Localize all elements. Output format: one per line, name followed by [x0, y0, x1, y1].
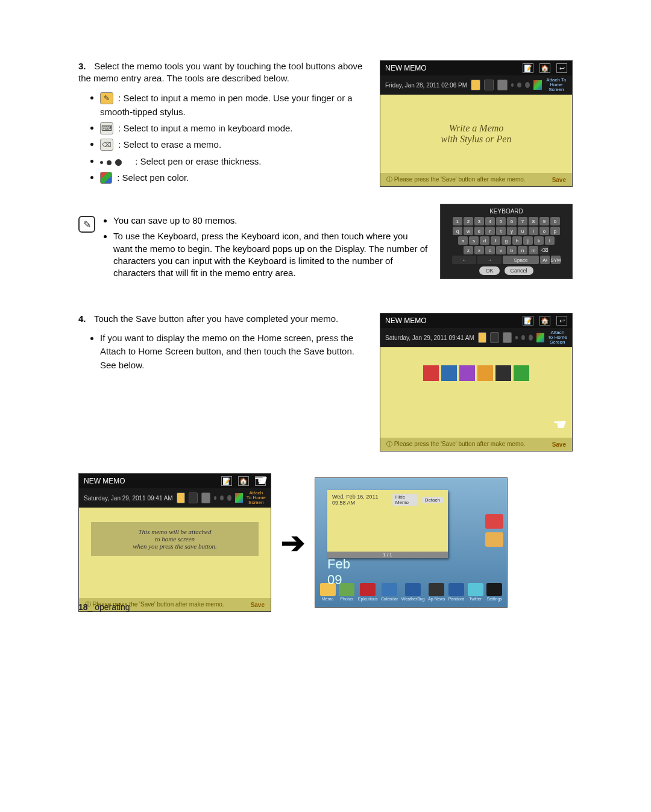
kbd-key-c[interactable]: c: [485, 246, 495, 254]
kbd-key-p[interactable]: p: [550, 227, 560, 235]
kbd-key-g[interactable]: g: [502, 236, 511, 245]
kbd-backspace[interactable]: ⌫: [539, 246, 549, 254]
thick-large[interactable]: [529, 335, 533, 341]
home-icon[interactable]: 🏠: [238, 476, 249, 486]
back-icon[interactable]: ↩: [556, 316, 567, 326]
home-memo-widget[interactable]: Wed, Feb 16, 2011 09:58 AM Hide Memo Det…: [327, 490, 448, 558]
kbd-key-v[interactable]: v: [496, 246, 506, 254]
kbd-key-7[interactable]: 7: [518, 217, 527, 225]
kbd-key-l[interactable]: l: [545, 236, 555, 245]
attach-home-button-active[interactable]: Attach To Home Screen: [247, 491, 266, 505]
kbd-key-z[interactable]: z: [464, 246, 473, 254]
dock-item-settings[interactable]: Settings: [486, 583, 502, 601]
color-swatch-0[interactable]: [423, 365, 439, 381]
kbd-button[interactable]: [484, 80, 494, 90]
dock-item-calendar[interactable]: Calendar: [381, 583, 398, 601]
kbd-button[interactable]: [189, 493, 198, 503]
eraser-button[interactable]: [497, 80, 507, 90]
kbd-key-b[interactable]: b: [507, 246, 517, 254]
attach-home-button[interactable]: Attach To Home Screen: [548, 330, 567, 345]
kbd-key-1[interactable]: 1: [453, 217, 462, 225]
color-swatch-4[interactable]: [495, 365, 511, 381]
kbd-space[interactable]: Space: [503, 256, 539, 264]
kbd-key-u[interactable]: u: [518, 227, 527, 235]
kbd-sym[interactable]: SYM: [551, 256, 561, 264]
back-icon[interactable]: ↩: [556, 63, 567, 73]
kbd-key-w[interactable]: w: [464, 227, 473, 235]
dock-item-epicurious[interactable]: Epicurious: [358, 583, 378, 601]
kbd-key-s[interactable]: s: [469, 236, 479, 245]
color-swatch-3[interactable]: [477, 365, 493, 381]
kbd-ok[interactable]: OK: [479, 266, 499, 275]
dock-item-twitter[interactable]: Twitter: [468, 583, 483, 601]
shot1-save-button[interactable]: Save: [552, 177, 566, 183]
kbd-key-9[interactable]: 9: [539, 217, 549, 225]
dock-item-weatherbug[interactable]: WeatherBug: [401, 583, 425, 601]
kbd-key-t[interactable]: t: [496, 227, 506, 235]
kbd-key-2[interactable]: 2: [464, 217, 473, 225]
memo-list-icon[interactable]: 📝: [221, 476, 232, 486]
pen-button[interactable]: [478, 332, 487, 343]
memo-list-icon[interactable]: 📝: [523, 316, 533, 326]
eraser-button[interactable]: [201, 493, 210, 503]
kbd-key-j[interactable]: j: [523, 236, 533, 245]
kbd-key-a[interactable]: a: [458, 236, 468, 245]
kbd-key-m[interactable]: m: [529, 246, 538, 254]
kbd-key-6[interactable]: 6: [507, 217, 517, 225]
kbd-cancel[interactable]: Cancel: [505, 266, 533, 275]
thick-large[interactable]: [227, 495, 231, 501]
shot3-save-button[interactable]: Save: [251, 602, 265, 608]
pen-button[interactable]: [471, 80, 480, 90]
kbd-button[interactable]: [490, 332, 499, 343]
kbd-key-x[interactable]: x: [474, 246, 484, 254]
thick-small[interactable]: [214, 496, 216, 500]
kbd-key-f[interactable]: f: [491, 236, 500, 245]
kbd-key-k[interactable]: k: [534, 236, 544, 245]
hide-memo-button[interactable]: Hide Memo: [392, 494, 418, 506]
color-button[interactable]: [533, 80, 542, 90]
color-swatch-1[interactable]: [441, 365, 457, 381]
memo-list-icon[interactable]: 📝: [523, 63, 533, 73]
thick-large[interactable]: [525, 82, 530, 88]
thick-med[interactable]: [517, 83, 521, 87]
attach-home-button[interactable]: Attach To Home Screen: [546, 78, 567, 92]
shot2-save-button[interactable]: Save: [552, 441, 566, 448]
thick-small[interactable]: [515, 336, 518, 339]
color-button[interactable]: [235, 493, 243, 503]
kbd-key-5[interactable]: 5: [496, 217, 506, 225]
kbd-a[interactable]: A/: [540, 256, 550, 264]
thick-med[interactable]: [521, 335, 525, 340]
kbd-key-n[interactable]: n: [518, 246, 527, 254]
kbd-key-0[interactable]: 0: [550, 217, 560, 225]
kbd-key-r[interactable]: r: [485, 227, 495, 235]
kbd-key-y[interactable]: y: [507, 227, 517, 235]
shot2-memo-area[interactable]: ☚: [380, 347, 572, 438]
color-swatch-2[interactable]: [459, 365, 475, 381]
kbd-key-e[interactable]: e: [474, 227, 484, 235]
kbd-key-q[interactable]: q: [453, 227, 462, 235]
thick-small[interactable]: [511, 83, 514, 87]
home-icon[interactable]: 🏠: [539, 316, 550, 326]
home-icon[interactable]: 🏠: [539, 63, 550, 73]
shot1-memo-area[interactable]: Write a Memo with Stylus or Pen: [380, 95, 572, 173]
kbd-key-4[interactable]: 4: [485, 217, 495, 225]
dock-item-ap news[interactable]: Ap News: [428, 583, 445, 601]
kbd-key-8[interactable]: 8: [529, 217, 538, 225]
kbd-left[interactable]: ←: [452, 256, 476, 264]
kbd-key-d[interactable]: d: [480, 236, 489, 245]
kbd-key-i[interactable]: i: [529, 227, 538, 235]
dock-item-pandora[interactable]: Pandora: [448, 583, 464, 601]
pen-button[interactable]: [177, 493, 186, 503]
color-swatch-5[interactable]: [514, 365, 529, 381]
shot3-memo-area[interactable]: This memo will be attached to home scree…: [79, 508, 271, 598]
widget-2[interactable]: [485, 532, 503, 547]
kbd-key-h[interactable]: h: [512, 236, 522, 245]
kbd-key-3[interactable]: 3: [474, 217, 484, 225]
kbd-key-o[interactable]: o: [539, 227, 549, 235]
thick-med[interactable]: [220, 496, 224, 500]
color-button[interactable]: [536, 333, 544, 342]
widget-1[interactable]: [485, 514, 503, 529]
eraser-button[interactable]: [503, 332, 512, 343]
kbd-right[interactable]: →: [477, 256, 502, 264]
detach-button[interactable]: Detach: [422, 497, 443, 503]
